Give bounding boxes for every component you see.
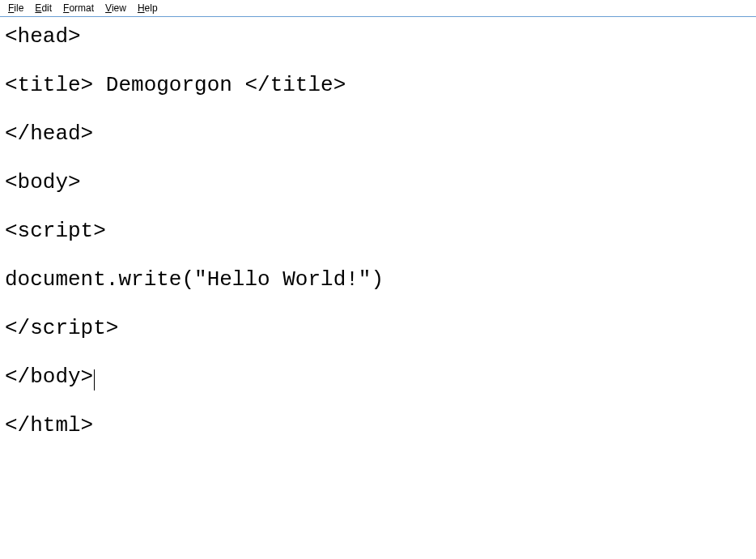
editor-line <box>5 244 751 268</box>
editor-line <box>5 341 751 365</box>
menubar: File Edit Format View Help <box>0 0 756 16</box>
editor-line <box>5 195 751 220</box>
editor-line: document.write("Hello World!") <box>5 268 751 292</box>
editor-line: <script> <box>5 220 751 244</box>
menu-edit[interactable]: Edit <box>30 2 57 15</box>
editor-line <box>5 292 751 317</box>
editor-line: <body> <box>5 171 751 195</box>
text-caret <box>94 369 95 390</box>
editor-line <box>5 147 751 171</box>
menu-file[interactable]: File <box>3 2 28 15</box>
editor-line <box>5 390 751 414</box>
editor-line: </script> <box>5 317 751 341</box>
editor-line: <title> Demogorgon </title> <box>5 74 751 98</box>
editor-line: <head> <box>5 25 751 49</box>
editor-line <box>5 49 751 74</box>
editor-line: </html> <box>5 414 751 438</box>
editor-line: </head> <box>5 122 751 147</box>
menu-format[interactable]: Format <box>58 2 99 15</box>
editor-line <box>5 98 751 122</box>
text-editor-area[interactable]: <head><title> Demogorgon </title></head>… <box>0 17 756 446</box>
editor-line: </body> <box>5 365 751 390</box>
menu-help[interactable]: Help <box>133 2 163 15</box>
menu-view[interactable]: View <box>100 2 131 15</box>
